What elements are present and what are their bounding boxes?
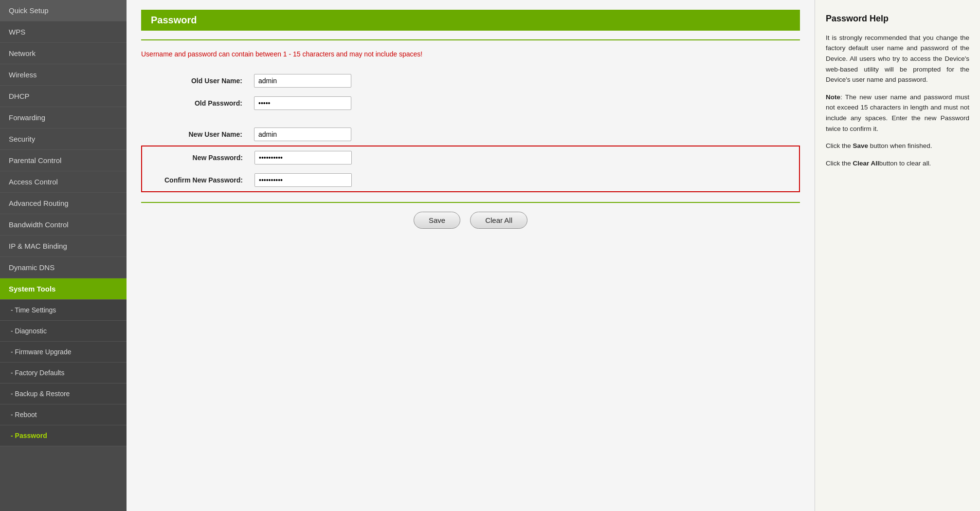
help-title: Password Help	[826, 12, 969, 26]
new-password-row: New Password: Confirm New Password:	[141, 146, 800, 192]
new-username-field	[248, 123, 800, 146]
help-save-pre: Click the	[826, 142, 853, 149]
help-note: Note: The new user name and password mus…	[826, 92, 969, 134]
center-panel: Password Username and password can conta…	[127, 0, 815, 511]
sidebar: Quick Setup WPS Network Wireless DHCP Fo…	[0, 0, 127, 511]
warning-text: Username and password can contain betwee…	[141, 50, 800, 58]
sidebar-item-security[interactable]: Security	[0, 128, 127, 150]
help-clear-label: Clear All	[853, 160, 879, 167]
sidebar-item-reboot[interactable]: - Reboot	[0, 404, 127, 425]
sidebar-item-password[interactable]: - Password	[0, 425, 127, 446]
new-password-field	[249, 146, 799, 169]
sidebar-item-wireless[interactable]: Wireless	[0, 64, 127, 86]
sidebar-item-access-control[interactable]: Access Control	[0, 171, 127, 193]
confirm-password-label: Confirm New Password:	[142, 169, 249, 192]
help-para1: It is strongly recommended that you chan…	[826, 33, 969, 85]
help-save-instruction: Click the Save button when finished.	[826, 141, 969, 151]
confirm-password-field	[249, 169, 799, 192]
sidebar-item-advanced-routing[interactable]: Advanced Routing	[0, 193, 127, 214]
new-password-input[interactable]	[254, 151, 352, 164]
help-clear-instruction: Click the Clear Allbutton to clear all.	[826, 158, 969, 169]
bottom-divider	[141, 202, 800, 203]
button-row: Save Clear All	[141, 212, 800, 229]
help-clear-post: button to clear all.	[879, 160, 931, 167]
spacer-row	[141, 114, 800, 123]
clear-all-button[interactable]: Clear All	[470, 212, 527, 229]
page-title: Password	[141, 10, 800, 31]
help-save-label: Save	[853, 142, 869, 149]
new-password-inner-row: New Password:	[142, 146, 799, 169]
sidebar-item-ip-mac-binding[interactable]: IP & MAC Binding	[0, 236, 127, 257]
old-password-row: Old Password:	[141, 92, 800, 114]
sidebar-item-factory-defaults[interactable]: - Factory Defaults	[0, 363, 127, 383]
old-username-field	[248, 70, 800, 92]
help-clear-pre: Click the	[826, 160, 853, 167]
old-username-input[interactable]	[254, 74, 351, 88]
new-username-input[interactable]	[254, 128, 351, 141]
help-panel: Password Help It is strongly recommended…	[815, 0, 980, 511]
sidebar-item-dhcp[interactable]: DHCP	[0, 86, 127, 107]
sidebar-item-diagnostic[interactable]: - Diagnostic	[0, 321, 127, 342]
help-note-label: Note	[826, 93, 840, 101]
save-button[interactable]: Save	[414, 212, 460, 229]
password-form: Old User Name: Old Password: New User Na…	[141, 70, 800, 192]
help-note-text: : The new user name and password must no…	[826, 93, 969, 132]
old-password-label: Old Password:	[141, 92, 248, 114]
confirm-password-input[interactable]	[254, 173, 352, 187]
sidebar-item-firmware-upgrade[interactable]: - Firmware Upgrade	[0, 342, 127, 363]
old-username-label: Old User Name:	[141, 70, 248, 92]
sidebar-item-dynamic-dns[interactable]: Dynamic DNS	[0, 257, 127, 278]
old-password-input[interactable]	[254, 96, 351, 110]
sidebar-item-time-settings[interactable]: - Time Settings	[0, 300, 127, 321]
main-content: Password Username and password can conta…	[127, 0, 980, 511]
new-password-label: New Password:	[142, 146, 249, 169]
confirm-password-inner-row: Confirm New Password:	[142, 169, 799, 192]
sidebar-item-quick-setup[interactable]: Quick Setup	[0, 0, 127, 21]
new-username-label: New User Name:	[141, 123, 248, 146]
old-username-row: Old User Name:	[141, 70, 800, 92]
sidebar-item-network[interactable]: Network	[0, 43, 127, 64]
help-save-post: button when finished.	[868, 142, 932, 149]
sidebar-item-bandwidth-control[interactable]: Bandwidth Control	[0, 214, 127, 236]
old-password-field	[248, 92, 800, 114]
new-username-row: New User Name:	[141, 123, 800, 146]
sidebar-item-forwarding[interactable]: Forwarding	[0, 107, 127, 128]
sidebar-item-backup-restore[interactable]: - Backup & Restore	[0, 383, 127, 404]
password-group: New Password: Confirm New Password:	[141, 146, 800, 192]
sidebar-item-wps[interactable]: WPS	[0, 21, 127, 43]
sidebar-item-parental-control[interactable]: Parental Control	[0, 150, 127, 171]
top-divider	[141, 39, 800, 40]
sidebar-item-system-tools[interactable]: System Tools	[0, 278, 127, 300]
